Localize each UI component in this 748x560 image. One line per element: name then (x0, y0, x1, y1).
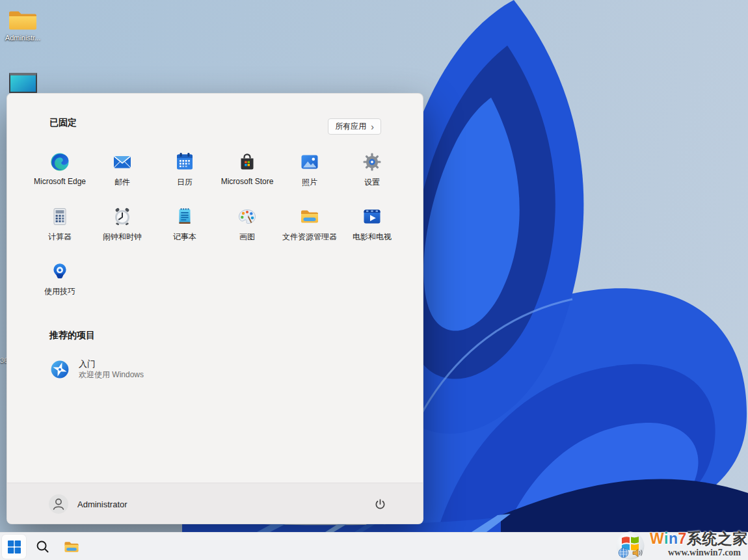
start-menu: 已固定 所有应用 › Microsoft Edge 邮件 (7, 93, 423, 524)
app-tile-explorer[interactable]: 文件资源管理器 (278, 204, 341, 250)
desktop-icon-administrator[interactable]: Administr... (1, 8, 44, 42)
app-tile-mail[interactable]: 邮件 (91, 149, 154, 196)
app-tile-alarms[interactable]: 闹钟和时钟 (91, 204, 154, 250)
app-tile-label: 计算器 (48, 232, 72, 243)
recommended-item-get-started[interactable]: 入门 欢迎使用 Windows (45, 354, 262, 384)
pinned-row-1: Microsoft Edge 邮件 日历 Microsoft Store (29, 149, 403, 196)
app-tile-label: 文件资源管理器 (282, 232, 337, 243)
app-tile-edge[interactable]: Microsoft Edge (29, 149, 91, 196)
app-tile-calculator[interactable]: 计算器 (29, 204, 91, 250)
photos-icon (299, 152, 320, 172)
movies-tv-icon (362, 206, 382, 227)
alarm-clock-icon (112, 206, 133, 227)
app-tile-label: 画图 (239, 232, 255, 243)
pinned-row-3: 使用技巧 (29, 258, 91, 305)
file-explorer-icon (63, 539, 80, 555)
avatar (49, 494, 68, 514)
desktop: Administr... 36 已固定 所有应用 › Microsoft Edg… (0, 0, 748, 560)
file-explorer-button[interactable] (59, 535, 83, 559)
mail-icon (112, 152, 133, 172)
folder-icon (8, 8, 38, 33)
app-tile-label: 闹钟和时钟 (103, 232, 142, 243)
get-started-icon (49, 359, 70, 380)
file-explorer-icon (299, 206, 320, 227)
app-tile-label: 邮件 (114, 177, 130, 188)
store-icon (237, 152, 258, 172)
taskbar: 英 0:44 2020/7/15 (0, 532, 748, 560)
user-account-button[interactable]: Administrator (45, 490, 134, 518)
gear-icon (362, 152, 382, 172)
app-tile-settings[interactable]: 设置 (341, 149, 403, 196)
app-tile-photos[interactable]: 照片 (278, 149, 341, 196)
app-tile-label: 电影和电视 (353, 232, 392, 243)
app-tile-tips[interactable]: 使用技巧 (29, 258, 91, 305)
calculator-icon (49, 206, 70, 227)
app-tile-movies[interactable]: 电影和电视 (341, 204, 403, 250)
recommended-header: 推荐的项目 (49, 330, 95, 341)
power-button[interactable] (367, 492, 392, 516)
app-tile-label: Microsoft Store (221, 177, 274, 186)
start-button[interactable] (2, 535, 26, 559)
windows-logo-icon (8, 540, 21, 553)
app-tile-notepad[interactable]: 记事本 (154, 204, 216, 250)
app-tile-label: 记事本 (173, 232, 196, 243)
app-tile-label: Microsoft Edge (34, 177, 86, 186)
app-tile-label: 照片 (302, 177, 317, 188)
chevron-right-icon: › (371, 122, 374, 131)
app-tile-store[interactable]: Microsoft Store (216, 149, 278, 196)
app-tile-paint[interactable]: 画图 (216, 204, 278, 250)
recommended-item-subtitle: 欢迎使用 Windows (79, 369, 144, 380)
recommended-item-title: 入门 (79, 359, 144, 369)
pinned-header: 已固定 (49, 117, 77, 129)
user-name: Administrator (77, 500, 127, 509)
edge-icon (49, 152, 70, 172)
notepad-icon (174, 206, 195, 227)
recommended-item-text: 入门 欢迎使用 Windows (79, 359, 144, 380)
app-tile-label: 日历 (177, 177, 193, 188)
all-apps-label: 所有应用 (335, 121, 366, 132)
calendar-icon (174, 152, 195, 172)
power-icon (374, 498, 386, 511)
all-apps-button[interactable]: 所有应用 › (328, 118, 381, 135)
start-menu-user-bar: Administrator (7, 483, 423, 524)
lightbulb-icon (49, 261, 70, 282)
search-button[interactable] (31, 535, 55, 559)
app-tile-calendar[interactable]: 日历 (154, 149, 216, 196)
paint-icon (237, 206, 258, 227)
desktop-icon-label: Administr... (5, 34, 40, 42)
app-tile-label: 设置 (364, 177, 380, 188)
search-icon (35, 539, 50, 554)
desktop-icon-monitor[interactable] (9, 73, 37, 93)
app-tile-label: 使用技巧 (44, 286, 75, 297)
pinned-row-2: 计算器 闹钟和时钟 记事本 画图 (29, 204, 403, 250)
